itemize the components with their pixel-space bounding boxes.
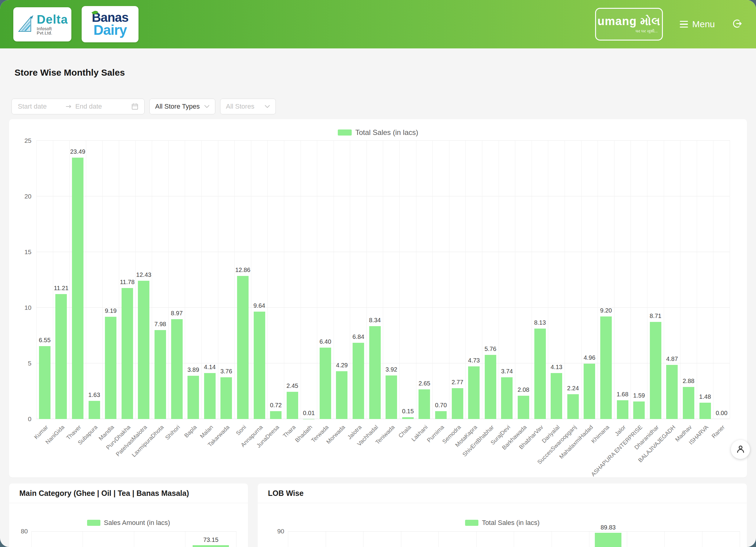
swap-right-icon <box>66 104 72 109</box>
bar-value-label: 2.77 <box>451 379 463 386</box>
sales-bar <box>187 376 199 419</box>
bar-slot: 8.71Dharanidhar <box>647 141 664 419</box>
delta-logo-subtitle: Infosoft Pvt.Ltd. <box>37 27 68 35</box>
sales-bar <box>386 376 397 419</box>
bar-value-label: 8.97 <box>171 310 183 317</box>
bar-slot: 2.08Barkhawada <box>515 141 532 419</box>
grid-column <box>401 532 439 547</box>
menu-button[interactable]: Menu <box>680 19 715 29</box>
calendar-icon[interactable] <box>131 103 139 110</box>
logout-button[interactable] <box>732 18 743 30</box>
bar-slot: 23.49Thaver <box>70 141 86 419</box>
date-range-picker[interactable] <box>11 99 145 114</box>
start-date-input[interactable] <box>17 102 63 111</box>
lob-wise-title: LOB Wise <box>258 484 747 503</box>
bar-value-label: 2.24 <box>567 385 579 392</box>
sales-bar <box>353 343 364 419</box>
end-date-input[interactable] <box>75 102 120 111</box>
bar-slot: 8.13BhabharVav <box>532 141 549 419</box>
store-select[interactable]: All Stores <box>220 99 276 114</box>
cat-grid-area: 73.15 <box>31 531 236 547</box>
bar-slot: 1.68Jalor <box>614 141 631 419</box>
bar-value-label: 5.76 <box>484 346 496 353</box>
bar-slot: 6.55Kumar <box>37 141 53 419</box>
lob-wise-plot: 90 89.83 <box>258 531 747 547</box>
sales-bar <box>485 355 496 419</box>
bar-value-label: 3.89 <box>187 366 199 373</box>
bar-value-label: 73.15 <box>203 536 218 543</box>
bar-slot: 2.24SuccesSwaroopganj <box>565 141 582 419</box>
grid-column <box>363 532 401 547</box>
sales-bar <box>369 326 381 419</box>
sales-bar <box>666 365 678 419</box>
hamburger-icon <box>680 21 688 28</box>
bar-value-label: 3.92 <box>386 366 397 373</box>
delta-logo-title: Delta <box>37 13 68 25</box>
x-axis-label: Raner <box>711 424 726 440</box>
bar-slot: 4.13Dariyalal <box>548 141 565 419</box>
grid-column <box>83 532 134 547</box>
sales-bar <box>254 312 265 419</box>
sales-bar <box>89 401 100 419</box>
main-content: Store Wise Monthly Sales <box>0 48 756 547</box>
bar-slot: 4.14Malan <box>202 141 218 419</box>
sales-bar <box>55 294 67 419</box>
banas-dairy-logo: Banas Dairy <box>82 6 138 42</box>
bar-slot: 9.64Annapurna <box>251 141 268 419</box>
sales-bar <box>595 533 621 547</box>
main-category-title: Main Category (Ghee | Oil | Tea | Banas … <box>9 484 248 503</box>
bar-value-label: 4.87 <box>666 356 678 363</box>
y-axis-tick: 15 <box>24 248 31 255</box>
menu-button-label: Menu <box>692 19 715 29</box>
main-category-legend[interactable]: Sales Amount (in lacs) <box>9 519 248 527</box>
bar-value-label: 7.98 <box>154 321 166 328</box>
sales-bar <box>617 400 628 419</box>
bar-value-label: 6.55 <box>39 337 51 344</box>
bar-value-label: 1.63 <box>88 392 100 399</box>
sales-bar <box>534 329 546 419</box>
bar-slot: 1.59ASHAPURA ENTERPRISE <box>631 141 647 419</box>
bar-slot: 3.74SurajDevi <box>499 141 516 419</box>
bar-value-label: 9.64 <box>253 302 265 309</box>
bar-slot: 8.97Shihori <box>169 141 185 419</box>
bar-slot: 2.45Thara <box>284 141 301 419</box>
grid-column <box>514 532 552 547</box>
sales-bar <box>567 394 579 419</box>
bar-slot: 0.72JunaDeesa <box>268 141 284 419</box>
y-axis-tick: 5 <box>28 360 31 367</box>
legend-label: Total Sales (in lacs) <box>355 128 418 137</box>
bar-slot: 2.65Lakhani <box>416 141 433 419</box>
bar-value-label: 9.19 <box>105 308 117 314</box>
sales-bar <box>220 377 232 419</box>
sales-bar <box>287 392 298 419</box>
sales-bar <box>122 288 133 419</box>
sales-bar <box>320 348 331 419</box>
bar-slot: 0.00Raner <box>713 141 730 419</box>
y-axis-tick: 10 <box>24 304 31 311</box>
avatar-button[interactable] <box>731 440 750 459</box>
store-type-select[interactable]: All Store Types <box>149 99 215 114</box>
bar-value-label: 4.29 <box>336 362 348 369</box>
x-axis-label: Soni <box>235 424 247 437</box>
bar-value-label: 0.70 <box>435 402 447 409</box>
sales-bar <box>683 387 694 419</box>
y-axis-tick: 20 <box>24 193 31 200</box>
x-axis-label: Chala <box>397 424 413 439</box>
lob-wise-legend[interactable]: Total Sales (in lacs) <box>258 519 747 527</box>
bar-slot: 3.92Teniwada <box>383 141 400 419</box>
store-type-select-value: All Store Types <box>155 103 200 110</box>
grid-column <box>326 532 364 547</box>
grid-column <box>288 532 326 547</box>
x-axis-label: Jalor <box>614 424 627 438</box>
bar-value-label: 11.78 <box>120 279 135 286</box>
x-axis-label: Khimana <box>590 424 611 445</box>
chart-legend[interactable]: Total Sales (in lacs) <box>9 119 747 137</box>
bar-value-label: 23.49 <box>70 148 85 155</box>
bar-slot: 11.21NaniGida <box>53 141 70 419</box>
bar-slot: 7.98LaxmipuraDhota <box>152 141 169 419</box>
bar-slot: 6.40Terwada <box>317 141 334 419</box>
umang-logo-text: umang મોલ <box>598 15 660 28</box>
umang-mall-logo: umang મોલ ઘર ઘર ખુશી... <box>595 8 663 41</box>
sales-bar <box>237 276 249 419</box>
bar-value-label: 6.40 <box>319 338 331 345</box>
